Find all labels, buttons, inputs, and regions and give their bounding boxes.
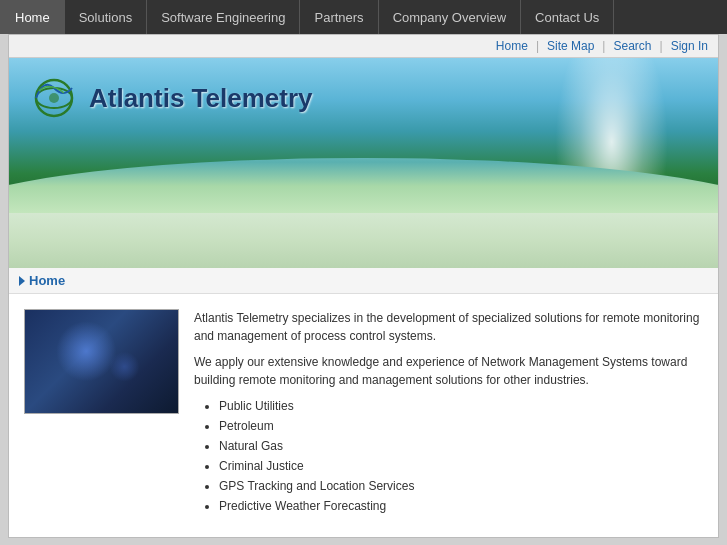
hero-sand <box>9 213 718 268</box>
nav-company-overview[interactable]: Company Overview <box>379 0 521 34</box>
main-nav[interactable]: Home Solutions Software Engineering Part… <box>0 0 727 34</box>
nav-contact-us[interactable]: Contact Us <box>521 0 614 34</box>
nav-solutions[interactable]: Solutions <box>65 0 147 34</box>
list-item: Criminal Justice <box>219 457 703 475</box>
content-image <box>24 309 179 414</box>
breadcrumb: Home <box>9 268 718 294</box>
nav-partners[interactable]: Partners <box>300 0 378 34</box>
list-item: GPS Tracking and Location Services <box>219 477 703 495</box>
page-wrapper: Home | Site Map | Search | Sign In Atlan… <box>8 34 719 538</box>
list-item: Petroleum <box>219 417 703 435</box>
content-image-inner <box>25 310 178 413</box>
list-item: Predictive Weather Forecasting <box>219 497 703 515</box>
svg-point-2 <box>49 93 59 103</box>
breadcrumb-home[interactable]: Home <box>29 273 65 288</box>
paragraph-1: Atlantis Telemetry specializes in the de… <box>194 309 703 345</box>
secondary-search[interactable]: Search <box>613 39 651 53</box>
nav-home[interactable]: Home <box>0 0 65 34</box>
secondary-sign-in[interactable]: Sign In <box>671 39 708 53</box>
breadcrumb-arrow-icon <box>19 276 25 286</box>
logo-text: Atlantis Telemetry <box>89 83 312 114</box>
industry-list: Public UtilitiesPetroleumNatural GasCrim… <box>219 397 703 515</box>
logo-area: Atlantis Telemetry <box>29 73 312 123</box>
nav-software-engineering[interactable]: Software Engineering <box>147 0 300 34</box>
content-text: Atlantis Telemetry specializes in the de… <box>194 309 703 517</box>
list-item: Public Utilities <box>219 397 703 415</box>
content-area: Atlantis Telemetry specializes in the de… <box>9 294 718 537</box>
secondary-nav: Home | Site Map | Search | Sign In <box>9 35 718 58</box>
secondary-home[interactable]: Home <box>496 39 528 53</box>
paragraph-2: We apply our extensive knowledge and exp… <box>194 353 703 389</box>
list-item: Natural Gas <box>219 437 703 455</box>
secondary-site-map[interactable]: Site Map <box>547 39 594 53</box>
hero-banner: Atlantis Telemetry <box>9 58 718 268</box>
logo-icon <box>29 73 79 123</box>
